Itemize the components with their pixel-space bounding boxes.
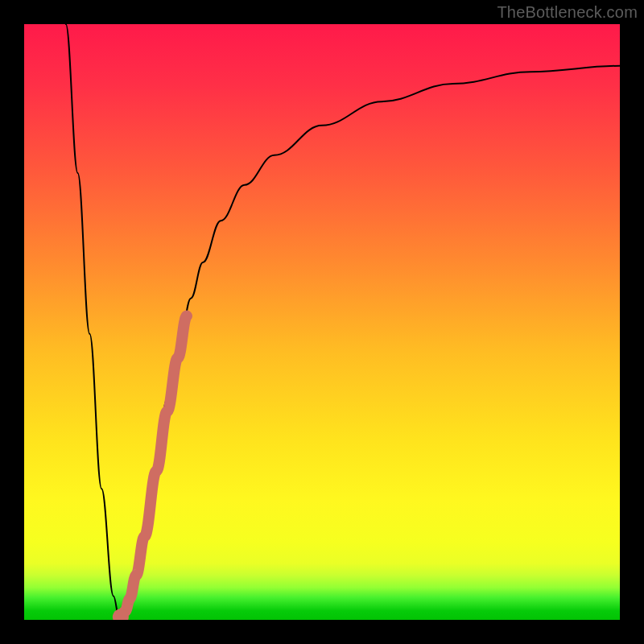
chart-svg [24,24,620,620]
chart-container: TheBottleneck.com [0,0,644,644]
gradient-background [24,24,620,620]
plot-area [24,24,620,620]
watermark-text: TheBottleneck.com [497,3,638,22]
